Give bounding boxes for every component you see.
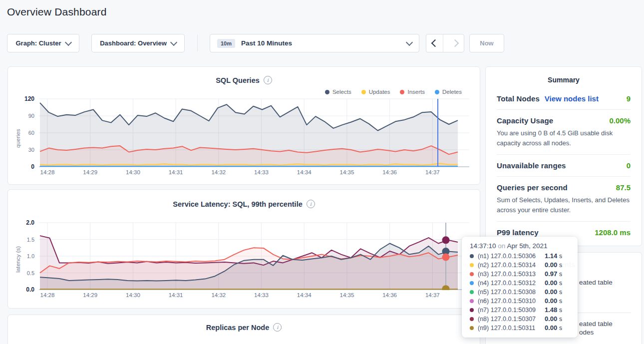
info-icon[interactable]: i	[307, 200, 315, 208]
tooltip-timestamp: 14:37:10 on Apr 5th, 2021	[470, 242, 570, 250]
svg-text:14:31: 14:31	[169, 292, 183, 298]
node-color-dot	[470, 290, 474, 294]
event-item-fragment: eated table	[579, 279, 613, 286]
chevron-down-icon	[406, 38, 413, 45]
info-icon[interactable]: i	[273, 323, 282, 332]
total-nodes-value: 9	[627, 94, 631, 103]
summary-row-unavailable-ranges: Unavailable ranges 0	[497, 155, 631, 177]
node-color-dot	[470, 317, 474, 321]
now-button-label: Now	[480, 39, 493, 47]
replicas-chart-title: Replicas per Node i	[8, 323, 480, 332]
node-color-dot	[470, 308, 474, 312]
svg-text:14:32: 14:32	[211, 169, 226, 175]
svg-text:14:36: 14:36	[382, 169, 397, 175]
node-color-dot	[470, 263, 474, 267]
svg-text:14:37: 14:37	[425, 292, 440, 298]
page-title: Overview Dashboard	[7, 6, 107, 18]
summary-panel-title: Summary	[497, 74, 631, 84]
chevron-right-icon	[451, 39, 459, 47]
chevron-down-icon	[64, 38, 71, 45]
svg-text:0.0: 0.0	[26, 286, 34, 293]
event-item-fragment: odes	[579, 329, 594, 336]
svg-text:14:30: 14:30	[126, 169, 140, 175]
svg-text:1.0: 1.0	[27, 253, 34, 259]
capacity-usage-description: You are using 0 B of 4.5 GiB usable disk…	[497, 128, 631, 148]
p99-latency-value: 1208.0 ms	[595, 228, 631, 237]
svg-text:14:33: 14:33	[254, 292, 269, 298]
time-range-label: Past 10 Minutes	[241, 39, 292, 47]
view-nodes-list-link[interactable]: View nodes list	[545, 94, 599, 103]
svg-text:14:29: 14:29	[83, 292, 97, 298]
svg-text:14:35: 14:35	[340, 169, 354, 175]
svg-text:14:28: 14:28	[40, 292, 55, 298]
summary-row-queries-per-second: Queries per second 87.5 Sum of Selects, …	[497, 177, 631, 222]
svg-text:60: 60	[28, 130, 34, 136]
summary-row-total-nodes: Total Nodes View nodes list 9	[497, 88, 631, 110]
tooltip-node-row: (n2) 127.0.0.1:50314 0.00 s	[470, 261, 570, 269]
tooltip-node-row: (n1) 127.0.0.1:50306 1.14 s	[470, 252, 570, 260]
time-step-button-group	[426, 34, 464, 52]
latency-chart-title: Service Latency: SQL, 99th percentile i	[8, 200, 480, 208]
chart-hover-tooltip: 14:37:10 on Apr 5th, 2021 (n1) 127.0.0.1…	[462, 237, 578, 338]
svg-text:30: 30	[28, 147, 34, 153]
svg-text:14:34: 14:34	[297, 292, 312, 298]
time-step-back-button[interactable]	[426, 34, 443, 52]
svg-text:14:29: 14:29	[83, 169, 97, 175]
tooltip-node-row: (n8) 127.0.0.1:50307 0.00 s	[470, 315, 570, 323]
info-icon[interactable]: i	[264, 76, 272, 84]
chevron-down-icon	[170, 38, 177, 45]
svg-text:14:30: 14:30	[126, 292, 140, 298]
chevron-left-icon	[431, 39, 439, 47]
time-range-badge: 10m	[217, 39, 235, 48]
svg-text:0.5: 0.5	[27, 270, 34, 276]
svg-text:14:34: 14:34	[297, 169, 312, 175]
time-step-forward-button-disabled[interactable]	[448, 34, 464, 52]
svg-text:14:28: 14:28	[40, 169, 55, 175]
summary-panel: Summary Total Nodes View nodes list 9 Ca…	[485, 66, 642, 246]
tooltip-node-row: (n5) 127.0.0.1:50308 0.00 s	[470, 288, 570, 296]
tooltip-node-row: (n6) 127.0.0.1:50310 0.00 s	[470, 297, 570, 305]
svg-text:120: 120	[24, 95, 34, 102]
svg-text:14:32: 14:32	[211, 292, 226, 298]
tooltip-node-row: (n4) 127.0.0.1:50312 0.00 s	[470, 279, 570, 287]
svg-text:14:35: 14:35	[340, 292, 354, 298]
queries-per-second-description: Sum of Selects, Updates, Inserts, and De…	[497, 195, 631, 215]
svg-text:1.5: 1.5	[27, 237, 34, 243]
unavailable-ranges-value: 0	[627, 161, 631, 170]
toolbar-divider	[197, 35, 198, 51]
tooltip-node-row: (n3) 127.0.0.1:50313 0.97 s	[470, 270, 570, 278]
dashboard-dropdown-label: Dashboard: Overview	[100, 39, 167, 47]
summary-row-capacity-usage: Capacity Usage 0.00% You are using 0 B o…	[497, 110, 631, 155]
dashboard-dropdown[interactable]: Dashboard: Overview	[91, 34, 185, 52]
svg-text:14:37: 14:37	[425, 169, 440, 175]
now-button-disabled[interactable]: Now	[469, 34, 504, 52]
node-color-dot	[470, 281, 474, 285]
overview-dashboard-screen: Overview Dashboard Graph: Cluster Dashbo…	[0, 0, 644, 344]
tooltip-node-row: (n7) 127.0.0.1:50309 1.48 s	[470, 306, 570, 314]
svg-text:14:31: 14:31	[169, 169, 183, 175]
svg-text:90: 90	[28, 113, 34, 119]
queries-per-second-value: 87.5	[616, 183, 631, 192]
node-color-dot	[470, 254, 474, 258]
event-item-fragment: eated table	[579, 320, 613, 328]
graph-dropdown-label: Graph: Cluster	[15, 39, 61, 47]
tooltip-node-row: (n9) 127.0.0.1:50311 0.00 s	[470, 324, 570, 332]
graph-dropdown[interactable]: Graph: Cluster	[7, 34, 79, 52]
svg-text:2.0: 2.0	[26, 219, 34, 226]
time-range-dropdown[interactable]: 10m Past 10 Minutes	[210, 34, 419, 52]
latency-plot[interactable]: 0.00.51.01.52.014:2814:2914:3014:3114:32…	[7, 217, 480, 305]
node-color-dot	[470, 299, 474, 303]
svg-text:14:33: 14:33	[254, 169, 269, 175]
node-color-dot	[470, 326, 474, 330]
replicas-chart-card: Replicas per Node i	[7, 315, 480, 344]
sql-queries-chart-title: SQL Queries i	[8, 76, 480, 84]
sql-queries-plot[interactable]: 030609012014:2814:2914:3014:3114:3214:33…	[7, 93, 480, 181]
svg-text:0: 0	[31, 163, 34, 170]
node-color-dot	[470, 272, 474, 276]
svg-text:14:36: 14:36	[382, 292, 397, 298]
capacity-usage-value: 0.00%	[609, 116, 631, 125]
